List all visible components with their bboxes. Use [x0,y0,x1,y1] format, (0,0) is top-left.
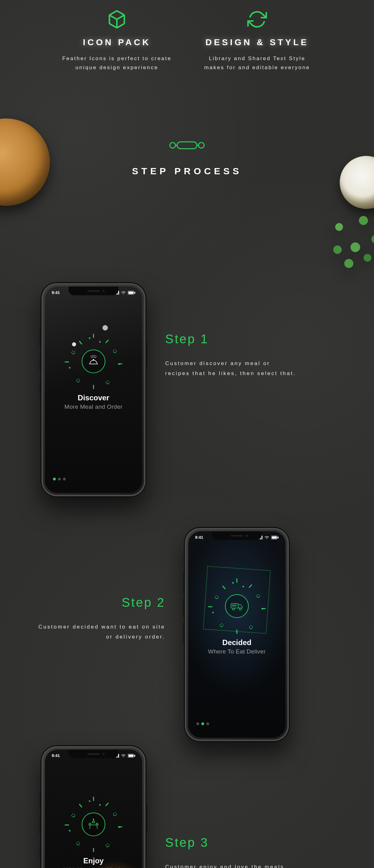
svg-rect-17 [261,536,262,539]
phone-mockup-2: 9:41 [184,527,290,742]
enjoy-illustration [67,798,120,851]
battery-icon [128,291,135,294]
pager-dot [53,478,56,480]
feature-title: ICON PACK [61,37,173,48]
svg-point-2 [198,143,204,148]
pager-dot [58,478,61,480]
box-icon [107,9,127,29]
pager-dot [196,722,199,725]
svg-point-1 [170,143,176,148]
step-label: Step 2 [34,595,165,610]
phone-mockup-3: 9:41 [40,745,147,868]
statusbar-time: 9:41 [195,535,203,540]
step-1: 9:41 [40,282,296,497]
feature-icon-pack: ICON PACK Feather Icons is perfect to cr… [61,9,173,72]
statusbar-time: 9:41 [52,753,60,758]
svg-rect-31 [128,754,134,757]
onboard-title: Discover [77,394,109,402]
step-desc: Customer decided want to eat on site or … [34,622,165,642]
wifi-icon [121,754,126,757]
step-3: 9:41 [40,745,296,868]
pager [196,722,209,725]
svg-point-23 [239,608,241,610]
section-title: STEP PROCESS [0,166,374,177]
svg-rect-21 [231,603,239,608]
step-desc: Customer enjoy and love the meals [165,862,296,868]
battery-icon [128,754,135,757]
svg-rect-29 [118,754,119,757]
discover-illustration [67,335,120,388]
wifi-icon [121,291,126,294]
onboard-title: Enjoy [83,857,103,865]
svg-rect-9 [118,291,119,294]
step-2-text: Step 2 Customer decided want to eat on s… [34,555,165,642]
onboard-subtitle: With Your Love Meals [64,866,123,868]
pager [53,478,66,480]
feature-desc: Library and Shared Text Style makes for … [201,54,313,72]
svg-rect-11 [128,291,134,294]
bread-prop [0,119,50,206]
step-3-text: Step 3 Customer enjoy and love the meals [165,745,296,868]
feature-desc: Feather Icons is perfect to create uniqu… [61,54,173,72]
step-label: Step 3 [165,836,296,849]
pager-dot [63,478,66,480]
section-header: STEP PROCESS [0,138,374,177]
feature-title: DESIGN & STYLE [201,37,313,48]
phone-notch [69,749,119,758]
onboard-title: Decided [222,638,251,647]
feature-design-style: DESIGN & STYLE Library and Shared Text S… [201,9,313,72]
phone-notch [212,531,262,540]
pager-dot [206,722,209,725]
onboard-subtitle: Where To Eat Deliver [208,648,266,655]
refresh-icon [247,9,267,29]
decided-illustration [210,580,263,632]
pager-dot [201,722,204,725]
statusbar-time: 9:41 [52,290,60,295]
svg-rect-12 [134,292,135,294]
svg-point-22 [232,608,235,610]
svg-rect-20 [278,536,279,538]
step-2: 9:41 [34,555,290,742]
herb-prop [315,203,374,284]
battery-icon [271,536,279,539]
wifi-icon [264,536,269,539]
svg-rect-3 [177,142,197,149]
step-desc: Customer discover any meal or recipes th… [165,359,296,379]
step-1-text: Step 1 Customer discover any meal or rec… [165,282,296,379]
step-label: Step 1 [165,332,296,346]
svg-rect-32 [134,755,135,757]
rolling-pin-icon [168,138,206,153]
phone-mockup-1: 9:41 [40,282,147,497]
features-row: ICON PACK Feather Icons is perfect to cr… [0,0,374,72]
onboard-subtitle: More Meal and Order [64,403,123,410]
svg-rect-19 [272,536,277,538]
phone-notch [69,286,119,295]
food-truck-icon [230,600,244,612]
